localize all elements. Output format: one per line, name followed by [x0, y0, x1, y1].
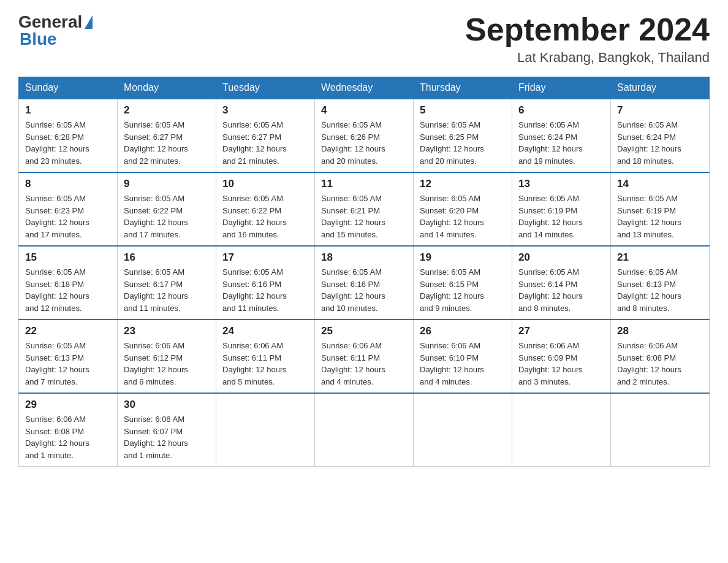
day-number: 29: [25, 399, 111, 411]
day-header-tuesday: Tuesday: [216, 77, 315, 99]
day-header-saturday: Saturday: [611, 77, 710, 99]
day-number: 3: [222, 104, 308, 117]
calendar-cell: [216, 393, 315, 467]
day-number: 30: [124, 399, 210, 411]
subtitle: Lat Krabang, Bangkok, Thailand: [465, 50, 710, 66]
day-info: Sunrise: 6:05 AM Sunset: 6:14 PM Dayligh…: [518, 266, 604, 314]
day-info: Sunrise: 6:05 AM Sunset: 6:27 PM Dayligh…: [222, 119, 308, 167]
calendar-cell: [611, 393, 710, 467]
day-info: Sunrise: 6:05 AM Sunset: 6:13 PM Dayligh…: [25, 340, 111, 388]
calendar-week-row: 1 Sunrise: 6:05 AM Sunset: 6:28 PM Dayli…: [19, 99, 710, 172]
calendar-cell: 20 Sunrise: 6:05 AM Sunset: 6:14 PM Dayl…: [512, 246, 611, 320]
calendar-table: SundayMondayTuesdayWednesdayThursdayFrid…: [18, 77, 710, 467]
day-info: Sunrise: 6:06 AM Sunset: 6:11 PM Dayligh…: [222, 340, 308, 388]
day-header-wednesday: Wednesday: [315, 77, 414, 99]
day-number: 26: [420, 325, 506, 337]
day-number: 27: [518, 325, 604, 337]
day-info: Sunrise: 6:06 AM Sunset: 6:07 PM Dayligh…: [124, 413, 210, 461]
day-info: Sunrise: 6:05 AM Sunset: 6:18 PM Dayligh…: [25, 266, 111, 314]
calendar-cell: 4 Sunrise: 6:05 AM Sunset: 6:26 PM Dayli…: [315, 99, 414, 172]
calendar-cell: 18 Sunrise: 6:05 AM Sunset: 6:16 PM Dayl…: [315, 246, 414, 320]
day-number: 19: [420, 251, 506, 264]
calendar-cell: 27 Sunrise: 6:06 AM Sunset: 6:09 PM Dayl…: [512, 320, 611, 393]
day-number: 5: [420, 104, 506, 117]
calendar-cell: 5 Sunrise: 6:05 AM Sunset: 6:25 PM Dayli…: [414, 99, 512, 172]
day-number: 9: [124, 178, 210, 190]
day-number: 25: [321, 325, 407, 337]
calendar-cell: 11 Sunrise: 6:05 AM Sunset: 6:21 PM Dayl…: [315, 172, 414, 246]
day-number: 18: [321, 251, 407, 264]
main-title: September 2024: [465, 12, 710, 47]
day-header-monday: Monday: [118, 77, 216, 99]
day-number: 28: [617, 325, 703, 337]
day-info: Sunrise: 6:06 AM Sunset: 6:12 PM Dayligh…: [124, 340, 210, 388]
day-info: Sunrise: 6:05 AM Sunset: 6:28 PM Dayligh…: [25, 119, 111, 167]
calendar-cell: 19 Sunrise: 6:05 AM Sunset: 6:15 PM Dayl…: [414, 246, 512, 320]
day-number: 15: [25, 251, 111, 264]
calendar-cell: 22 Sunrise: 6:05 AM Sunset: 6:13 PM Dayl…: [19, 320, 118, 393]
calendar-header-row: SundayMondayTuesdayWednesdayThursdayFrid…: [19, 77, 710, 99]
calendar-week-row: 15 Sunrise: 6:05 AM Sunset: 6:18 PM Dayl…: [19, 246, 710, 320]
day-number: 23: [124, 325, 210, 337]
day-info: Sunrise: 6:05 AM Sunset: 6:22 PM Dayligh…: [222, 193, 308, 240]
calendar-cell: 10 Sunrise: 6:05 AM Sunset: 6:22 PM Dayl…: [216, 172, 315, 246]
calendar-cell: 12 Sunrise: 6:05 AM Sunset: 6:20 PM Dayl…: [414, 172, 512, 246]
calendar-cell: 30 Sunrise: 6:06 AM Sunset: 6:07 PM Dayl…: [118, 393, 216, 467]
calendar-cell: 9 Sunrise: 6:05 AM Sunset: 6:22 PM Dayli…: [118, 172, 216, 246]
header: General Blue September 2024 Lat Krabang,…: [18, 12, 710, 66]
calendar-cell: 28 Sunrise: 6:06 AM Sunset: 6:08 PM Dayl…: [611, 320, 710, 393]
calendar-cell: 25 Sunrise: 6:06 AM Sunset: 6:11 PM Dayl…: [315, 320, 414, 393]
day-info: Sunrise: 6:05 AM Sunset: 6:25 PM Dayligh…: [420, 119, 506, 167]
calendar-week-row: 22 Sunrise: 6:05 AM Sunset: 6:13 PM Dayl…: [19, 320, 710, 393]
day-number: 8: [25, 178, 111, 190]
calendar-cell: 8 Sunrise: 6:05 AM Sunset: 6:23 PM Dayli…: [19, 172, 118, 246]
day-info: Sunrise: 6:05 AM Sunset: 6:23 PM Dayligh…: [25, 193, 111, 240]
day-number: 13: [518, 178, 604, 190]
day-info: Sunrise: 6:05 AM Sunset: 6:22 PM Dayligh…: [124, 193, 210, 240]
calendar-cell: [315, 393, 414, 467]
day-info: Sunrise: 6:05 AM Sunset: 6:27 PM Dayligh…: [124, 119, 210, 167]
day-number: 11: [321, 178, 407, 190]
day-info: Sunrise: 6:06 AM Sunset: 6:08 PM Dayligh…: [25, 413, 111, 461]
calendar-cell: 29 Sunrise: 6:06 AM Sunset: 6:08 PM Dayl…: [19, 393, 118, 467]
calendar-cell: 24 Sunrise: 6:06 AM Sunset: 6:11 PM Dayl…: [216, 320, 315, 393]
calendar-cell: 13 Sunrise: 6:05 AM Sunset: 6:19 PM Dayl…: [512, 172, 611, 246]
day-info: Sunrise: 6:06 AM Sunset: 6:10 PM Dayligh…: [420, 340, 506, 388]
day-number: 14: [617, 178, 703, 190]
day-number: 22: [25, 325, 111, 337]
calendar-cell: 7 Sunrise: 6:05 AM Sunset: 6:24 PM Dayli…: [611, 99, 710, 172]
day-info: Sunrise: 6:05 AM Sunset: 6:16 PM Dayligh…: [321, 266, 407, 314]
calendar-cell: 23 Sunrise: 6:06 AM Sunset: 6:12 PM Dayl…: [118, 320, 216, 393]
day-info: Sunrise: 6:05 AM Sunset: 6:15 PM Dayligh…: [420, 266, 506, 314]
day-number: 2: [124, 104, 210, 117]
logo: General Blue: [18, 12, 94, 49]
day-info: Sunrise: 6:06 AM Sunset: 6:09 PM Dayligh…: [518, 340, 604, 388]
day-info: Sunrise: 6:05 AM Sunset: 6:26 PM Dayligh…: [321, 119, 407, 167]
calendar-week-row: 29 Sunrise: 6:06 AM Sunset: 6:08 PM Dayl…: [19, 393, 710, 467]
day-number: 17: [222, 251, 308, 264]
day-number: 24: [222, 325, 308, 337]
logo-blue-text: Blue: [20, 29, 57, 48]
day-info: Sunrise: 6:05 AM Sunset: 6:19 PM Dayligh…: [518, 193, 604, 240]
day-number: 1: [25, 104, 111, 117]
day-info: Sunrise: 6:05 AM Sunset: 6:24 PM Dayligh…: [518, 119, 604, 167]
day-header-thursday: Thursday: [414, 77, 512, 99]
day-number: 4: [321, 104, 407, 117]
day-info: Sunrise: 6:05 AM Sunset: 6:21 PM Dayligh…: [321, 193, 407, 240]
calendar-cell: [414, 393, 512, 467]
calendar-cell: 14 Sunrise: 6:05 AM Sunset: 6:19 PM Dayl…: [611, 172, 710, 246]
day-info: Sunrise: 6:06 AM Sunset: 6:11 PM Dayligh…: [321, 340, 407, 388]
day-number: 20: [518, 251, 604, 264]
calendar-cell: 15 Sunrise: 6:05 AM Sunset: 6:18 PM Dayl…: [19, 246, 118, 320]
day-number: 12: [420, 178, 506, 190]
day-number: 16: [124, 251, 210, 264]
calendar-cell: 21 Sunrise: 6:05 AM Sunset: 6:13 PM Dayl…: [611, 246, 710, 320]
day-number: 6: [518, 104, 604, 117]
calendar-cell: 17 Sunrise: 6:05 AM Sunset: 6:16 PM Dayl…: [216, 246, 315, 320]
day-number: 7: [617, 104, 703, 117]
day-info: Sunrise: 6:05 AM Sunset: 6:20 PM Dayligh…: [420, 193, 506, 240]
day-number: 21: [617, 251, 703, 264]
title-area: September 2024 Lat Krabang, Bangkok, Tha…: [465, 12, 710, 66]
day-info: Sunrise: 6:05 AM Sunset: 6:16 PM Dayligh…: [222, 266, 308, 314]
calendar-cell: 2 Sunrise: 6:05 AM Sunset: 6:27 PM Dayli…: [118, 99, 216, 172]
